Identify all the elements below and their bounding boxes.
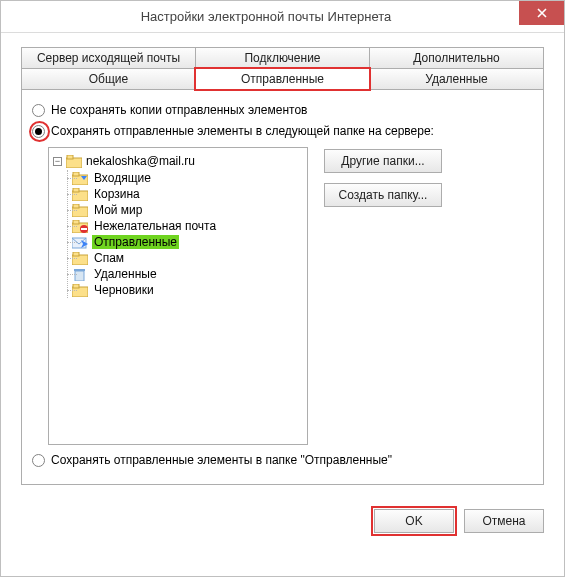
collapse-icon[interactable]: − bbox=[53, 157, 62, 166]
svg-rect-7 bbox=[73, 204, 79, 208]
svg-rect-16 bbox=[74, 269, 85, 271]
tab-smtp[interactable]: Сервер исходящей почты bbox=[21, 47, 196, 69]
tree-item-label: Спам bbox=[92, 251, 126, 265]
tree-item-label: Корзина bbox=[92, 187, 142, 201]
folder-icon bbox=[72, 204, 88, 217]
svg-rect-15 bbox=[75, 271, 84, 281]
tab-advanced[interactable]: Дополнительно bbox=[369, 47, 544, 69]
svg-rect-3 bbox=[73, 172, 79, 176]
tab-panel-sent: Не сохранять копии отправленных элементо… bbox=[21, 89, 544, 485]
radio-label: Сохранять отправленные элементы в папке … bbox=[51, 453, 392, 468]
folder-icon bbox=[72, 188, 88, 201]
tree-item[interactable]: Удаленные bbox=[68, 266, 303, 282]
svg-rect-9 bbox=[73, 220, 79, 224]
tree-item-label: Удаленные bbox=[92, 267, 159, 281]
tree-item-label: Нежелательная почта bbox=[92, 219, 218, 233]
tree-item-label: Черновики bbox=[92, 283, 156, 297]
radio-icon bbox=[32, 104, 45, 117]
radio-icon bbox=[32, 454, 45, 467]
tree-item-label: Мой мир bbox=[92, 203, 144, 217]
ok-button[interactable]: OK bbox=[374, 509, 454, 533]
mailbox-icon bbox=[66, 155, 82, 168]
radio-save-in-folder[interactable]: Сохранять отправленные элементы в следую… bbox=[32, 124, 533, 141]
tree-item[interactable]: Спам bbox=[68, 250, 303, 266]
svg-rect-1 bbox=[67, 155, 73, 159]
tab-connection[interactable]: Подключение bbox=[195, 47, 370, 69]
tab-general[interactable]: Общие bbox=[21, 68, 196, 90]
tab-sent-items[interactable]: Отправленные bbox=[195, 68, 370, 90]
tree-item[interactable]: Отправленные bbox=[68, 234, 303, 250]
tab-deleted-items[interactable]: Удаленные bbox=[369, 68, 544, 90]
tree-root-label: nekaloshka@mail.ru bbox=[86, 154, 195, 168]
inbox-icon bbox=[72, 172, 88, 185]
tree-item[interactable]: Мой мир bbox=[68, 202, 303, 218]
cancel-button[interactable]: Отмена bbox=[464, 509, 544, 533]
other-folders-button[interactable]: Другие папки... bbox=[324, 149, 442, 173]
folder-icon bbox=[72, 252, 88, 265]
junk-icon bbox=[72, 220, 88, 233]
tree-root[interactable]: − nekaloshka@mail.ru bbox=[53, 154, 303, 168]
radio-no-save[interactable]: Не сохранять копии отправленных элементо… bbox=[32, 103, 533, 118]
svg-rect-14 bbox=[73, 252, 79, 256]
svg-rect-5 bbox=[73, 188, 79, 192]
svg-rect-18 bbox=[73, 284, 79, 288]
sent-icon bbox=[72, 236, 88, 249]
window-title: Настройки электронной почты Интернета bbox=[13, 9, 519, 24]
title-bar: Настройки электронной почты Интернета bbox=[1, 1, 564, 33]
create-folder-button[interactable]: Создать папку... bbox=[324, 183, 442, 207]
tree-item-label: Отправленные bbox=[92, 235, 179, 249]
tree-item-label: Входящие bbox=[92, 171, 153, 185]
folder-tree[interactable]: − nekaloshka@mail.ru ВходящиеКорзинаМой … bbox=[48, 147, 308, 445]
tabs-row-1: Сервер исходящей почты Подключение Допол… bbox=[21, 47, 544, 69]
tabs-row-2: Общие Отправленные Удаленные bbox=[21, 68, 544, 90]
close-button[interactable] bbox=[519, 1, 564, 25]
tree-item[interactable]: Входящие bbox=[68, 170, 303, 186]
close-icon bbox=[537, 8, 547, 18]
svg-rect-11 bbox=[81, 228, 87, 230]
folder-icon bbox=[72, 284, 88, 297]
radio-icon bbox=[32, 125, 45, 138]
dialog-buttons: OK Отмена bbox=[1, 495, 564, 533]
tree-item[interactable]: Черновики bbox=[68, 282, 303, 298]
radio-label: Не сохранять копии отправленных элементо… bbox=[51, 103, 307, 118]
radio-label: Сохранять отправленные элементы в следую… bbox=[51, 124, 434, 139]
radio-save-default[interactable]: Сохранять отправленные элементы в папке … bbox=[32, 453, 533, 468]
tree-item[interactable]: Корзина bbox=[68, 186, 303, 202]
tree-item[interactable]: Нежелательная почта bbox=[68, 218, 303, 234]
deleted-icon bbox=[72, 268, 88, 281]
